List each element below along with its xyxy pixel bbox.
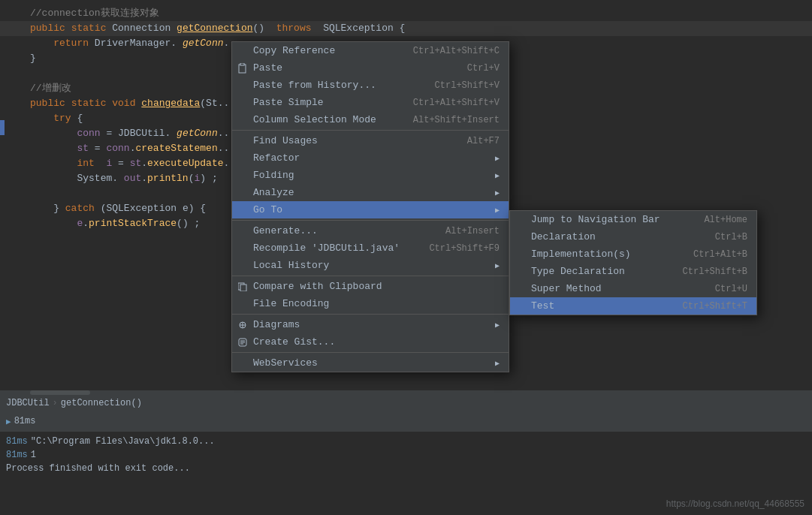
menu-label-generate: Generate...: [253, 225, 318, 236]
goto-submenu: Jump to Navigation Bar Alt+Home Declarat…: [509, 210, 757, 315]
gist-icon: [237, 336, 249, 348]
menu-shortcut-copy-reference: Ctrl+Alt+Shift+C: [413, 46, 500, 56]
menu-item-paste[interactable]: Paste Ctrl+V: [232, 59, 509, 77]
menu-label-compare-clipboard: Compare with Clipboard: [253, 281, 382, 292]
submenu-item-super-method[interactable]: Super Method Ctrl+U: [510, 280, 756, 297]
submenu-item-test[interactable]: Test Ctrl+Shift+T: [510, 297, 756, 315]
menu-shortcut-paste: Ctrl+V: [467, 63, 500, 74]
analyze-arrow: ▶: [495, 188, 500, 197]
bottom-tabs: ▶ 81ms: [0, 411, 812, 432]
menu-label-paste-history: Paste from History...: [253, 80, 376, 91]
menu-item-create-gist[interactable]: Create Gist...: [232, 333, 509, 351]
code-line: //connection获取连接对象: [0, 6, 812, 21]
run-time-tab[interactable]: 81ms: [14, 416, 36, 426]
menu-label-refactor: Refactor: [253, 152, 300, 164]
submenu-label-implementation: Implementation(s): [531, 248, 631, 260]
menu-item-refactor[interactable]: Refactor ▶: [232, 149, 509, 167]
menu-separator-4: [232, 314, 509, 315]
menu-label-analyze: Analyze: [253, 187, 294, 198]
submenu-label-type-declaration: Type Declaration: [531, 266, 625, 277]
output-exit-line: Process finished with exit code...: [6, 462, 806, 475]
menu-item-recompile[interactable]: Recompile 'JDBCUtil.java' Ctrl+Shift+F9: [232, 239, 509, 257]
menu-shortcut-column-selection: Alt+Shift+Insert: [413, 115, 500, 125]
menu-item-compare-clipboard[interactable]: Compare with Clipboard: [232, 278, 509, 295]
submenu-item-implementation[interactable]: Implementation(s) Ctrl+Alt+B: [510, 245, 756, 263]
submenu-label-test: Test: [531, 300, 554, 312]
folding-arrow: ▶: [495, 171, 500, 180]
menu-label-paste: Paste: [253, 62, 282, 74]
goto-arrow: ▶: [495, 206, 500, 215]
breadcrumb-method[interactable]: getConnection(): [61, 398, 142, 408]
svg-rect-0: [239, 65, 246, 73]
output-line-num: 81ms1: [6, 448, 806, 462]
menu-separator-3: [232, 276, 509, 276]
code-content: //connection获取连接对象: [30, 6, 806, 21]
menu-item-local-history[interactable]: Local History ▶: [232, 257, 509, 274]
menu-label-create-gist: Create Gist...: [253, 336, 335, 348]
menu-shortcut-generate: Alt+Insert: [445, 226, 500, 236]
menu-label-goto: Go To: [253, 204, 282, 215]
refactor-arrow: ▶: [495, 154, 500, 163]
output-line-path: 81ms"C:\Program Files\Java\jdk1.8.0...: [6, 435, 806, 448]
menu-separator-5: [232, 352, 509, 353]
menu-shortcut-paste-history: Ctrl+Shift+V: [435, 80, 500, 91]
menu-item-paste-simple[interactable]: Paste Simple Ctrl+Alt+Shift+V: [232, 94, 509, 111]
menu-separator-1: [232, 130, 509, 131]
menu-label-paste-simple: Paste Simple: [253, 97, 324, 108]
menu-item-copy-reference[interactable]: Copy Reference Ctrl+Alt+Shift+C: [232, 42, 509, 59]
context-menu: Copy Reference Ctrl+Alt+Shift+C Paste Ct…: [231, 41, 509, 372]
menu-separator-2: [232, 220, 509, 221]
code-content: public static Connection getConnection()…: [30, 21, 806, 36]
submenu-shortcut-implementation: Ctrl+Alt+B: [693, 249, 747, 260]
menu-shortcut-recompile: Ctrl+Shift+F9: [429, 243, 500, 254]
gutter-mark: [0, 120, 5, 135]
submenu-shortcut-declaration: Ctrl+B: [715, 232, 747, 242]
paste-icon: [237, 62, 249, 74]
menu-shortcut-find-usages: Alt+F7: [467, 136, 500, 146]
submenu-label-declaration: Declaration: [531, 231, 596, 242]
menu-item-file-encoding[interactable]: File Encoding: [232, 295, 509, 312]
menu-label-copy-reference: Copy Reference: [253, 45, 335, 56]
run-indicator: ▶: [6, 417, 11, 426]
menu-label-diagrams: Diagrams: [253, 319, 300, 330]
menu-item-find-usages[interactable]: Find Usages Alt+F7: [232, 132, 509, 149]
menu-item-paste-history[interactable]: Paste from History... Ctrl+Shift+V: [232, 77, 509, 94]
local-history-arrow: ▶: [495, 261, 500, 270]
menu-label-column-selection: Column Selection Mode: [253, 114, 376, 125]
menu-item-webservices[interactable]: WebServices ▶: [232, 354, 509, 372]
menu-label-local-history: Local History: [253, 260, 329, 271]
submenu-shortcut-super-method: Ctrl+U: [715, 284, 747, 294]
menu-item-generate[interactable]: Generate... Alt+Insert: [232, 222, 509, 239]
menu-item-analyze[interactable]: Analyze ▶: [232, 184, 509, 201]
submenu-label-jump-navbar: Jump to Navigation Bar: [531, 214, 660, 225]
diagrams-arrow: ▶: [495, 321, 500, 330]
submenu-item-jump-navbar[interactable]: Jump to Navigation Bar Alt+Home: [510, 211, 756, 228]
diagrams-icon: [237, 319, 249, 331]
menu-label-webservices: WebServices: [253, 357, 318, 369]
menu-label-folding: Folding: [253, 170, 294, 181]
breadcrumb-class[interactable]: JDBCUtil: [6, 398, 50, 408]
menu-item-column-selection[interactable]: Column Selection Mode Alt+Shift+Insert: [232, 111, 509, 128]
menu-item-folding[interactable]: Folding ▶: [232, 167, 509, 184]
menu-label-find-usages: Find Usages: [253, 135, 318, 146]
menu-label-recompile: Recompile 'JDBCUtil.java': [253, 242, 400, 254]
submenu-shortcut-type-declaration: Ctrl+Shift+B: [683, 267, 747, 277]
webservices-arrow: ▶: [495, 359, 500, 368]
watermark: https://blog.csdn.net/qq_44668555: [666, 498, 804, 509]
menu-item-diagrams[interactable]: Diagrams ▶: [232, 316, 509, 333]
editor-area: //connection获取连接对象 public static Connect…: [0, 0, 812, 515]
submenu-item-declaration[interactable]: Declaration Ctrl+B: [510, 228, 756, 245]
submenu-shortcut-test: Ctrl+Shift+T: [683, 301, 747, 312]
submenu-item-type-declaration[interactable]: Type Declaration Ctrl+Shift+B: [510, 263, 756, 280]
menu-item-goto[interactable]: Go To ▶: [232, 201, 509, 218]
svg-rect-3: [240, 285, 246, 291]
menu-label-file-encoding: File Encoding: [253, 298, 329, 309]
submenu-shortcut-jump-navbar: Alt+Home: [704, 215, 747, 225]
menu-shortcut-paste-simple: Ctrl+Alt+Shift+V: [413, 98, 500, 108]
submenu-label-super-method: Super Method: [531, 283, 602, 294]
code-line: public static Connection getConnection()…: [0, 21, 812, 36]
svg-rect-1: [240, 63, 244, 65]
compare-icon: [237, 281, 249, 293]
breadcrumb-separator: ›: [53, 398, 58, 408]
breadcrumb-bar: JDBCUtil › getConnection(): [0, 395, 812, 411]
